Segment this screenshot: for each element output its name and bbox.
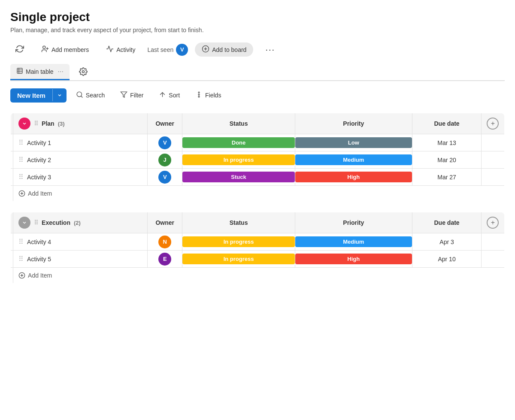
priority-badge[interactable]: Medium [295, 154, 412, 165]
cell-extra [482, 134, 505, 151]
group-drag-icon: ⠿ [34, 120, 38, 127]
add-item-label-exec: Add Item [28, 272, 52, 279]
activity-name[interactable]: Activity 4 [27, 239, 51, 245]
drag-handle-icon: ⠿ [18, 238, 24, 246]
table-row: ⠿ Activity 5 E In progress High [11, 251, 505, 268]
drag-handle-icon: ⠿ [18, 173, 24, 181]
add-members-label: Add members [52, 46, 89, 53]
status-badge[interactable]: In progress [182, 236, 295, 247]
add-column-plan-button[interactable]: + [487, 118, 499, 130]
cell-name: ⠿ Activity 5 [13, 251, 148, 268]
add-item-cell-plan[interactable]: Add Item [13, 186, 505, 202]
cell-priority[interactable]: High [295, 169, 412, 186]
add-item-button-exec[interactable]: Add Item [13, 268, 504, 283]
group-execution-title-cell: ⠿ Execution (2) [13, 212, 148, 233]
fields-icon [195, 91, 203, 100]
groups-container: ⠿ Plan (3) Owner Status Priority Due dat… [10, 113, 505, 284]
add-item-button-plan[interactable]: Add Item [13, 186, 504, 201]
group-execution-toggle[interactable] [18, 217, 30, 229]
add-to-board-icon [202, 45, 209, 54]
cell-priority[interactable]: Medium [295, 151, 412, 169]
add-item-row-plan: Add Item [11, 186, 505, 202]
add-members-icon [41, 45, 49, 54]
refresh-button[interactable] [10, 42, 29, 57]
add-item-cell-exec[interactable]: Add Item [13, 268, 505, 284]
tab-options-icon: ··· [58, 68, 64, 76]
page-subtitle: Plan, manage, and track every aspect of … [10, 27, 505, 33]
fields-label: Fields [205, 92, 221, 99]
svg-line-12 [81, 96, 82, 97]
add-to-board-button[interactable]: Add to board [195, 42, 253, 57]
cell-status[interactable]: Stuck [182, 169, 295, 186]
cell-owner: J [148, 151, 182, 169]
activity-name[interactable]: Activity 5 [27, 256, 51, 263]
avatar: E [158, 253, 171, 266]
view-tabs: Main table ··· [10, 64, 505, 81]
avatar: V [158, 136, 171, 149]
cell-duedate[interactable]: Apr 10 [412, 251, 482, 268]
cell-owner: E [148, 251, 182, 268]
table-row: ⠿ Activity 1 V Done Low [11, 134, 505, 151]
settings-icon [79, 71, 88, 77]
cell-priority[interactable]: High [295, 251, 412, 268]
group-plan: ⠿ Plan (3) Owner Status Priority Due dat… [10, 113, 505, 202]
activity-button[interactable]: Activity [101, 42, 140, 57]
col-duedate-exec: Due date [412, 212, 482, 233]
priority-badge[interactable]: High [295, 172, 412, 182]
drag-handle-icon: ⠿ [18, 156, 24, 164]
sort-button[interactable]: Sort [153, 88, 186, 103]
activity-name[interactable]: Activity 2 [27, 157, 51, 163]
group-plan-count: (3) [58, 121, 65, 127]
col-duedate-plan: Due date [412, 113, 482, 134]
cell-extra [482, 233, 505, 251]
settings-button[interactable] [76, 65, 90, 80]
status-badge[interactable]: In progress [182, 154, 295, 165]
cell-status[interactable]: In progress [182, 233, 295, 251]
cell-duedate[interactable]: Mar 13 [412, 134, 482, 151]
avatar: J [158, 154, 171, 166]
activity-name[interactable]: Activity 3 [27, 174, 51, 181]
cell-priority[interactable]: Low [295, 134, 412, 151]
add-members-button[interactable]: Add members [36, 42, 94, 57]
new-item-button[interactable]: New Item [10, 88, 67, 103]
cell-name: ⠿ Activity 1 [13, 134, 148, 151]
last-seen-avatar: V [176, 44, 188, 56]
col-status-plan: Status [182, 113, 295, 134]
priority-badge[interactable]: High [295, 254, 412, 264]
more-options-button[interactable]: ··· [260, 42, 280, 57]
group-plan-toggle[interactable] [18, 118, 30, 130]
activity-name[interactable]: Activity 1 [27, 139, 51, 146]
group-execution-name: Execution [42, 219, 70, 226]
status-badge[interactable]: In progress [182, 254, 295, 264]
svg-marker-13 [121, 92, 127, 97]
cell-status[interactable]: Done [182, 134, 295, 151]
status-badge[interactable]: Done [182, 137, 295, 148]
filter-button[interactable]: Filter [114, 88, 149, 103]
priority-badge[interactable]: Medium [295, 236, 412, 247]
cell-owner: N [148, 233, 182, 251]
fields-button[interactable]: Fields [189, 88, 227, 103]
group-execution: ⠿ Execution (2) Owner Status Priority Du… [10, 212, 505, 284]
svg-rect-6 [17, 68, 22, 73]
cell-owner: V [148, 169, 182, 186]
cell-priority[interactable]: Medium [295, 233, 412, 251]
cell-status[interactable]: In progress [182, 251, 295, 268]
add-column-exec-button[interactable]: + [487, 217, 499, 229]
last-seen-group: Last seen V [148, 44, 188, 56]
tab-main-table[interactable]: Main table ··· [10, 64, 70, 80]
cell-duedate[interactable]: Mar 27 [412, 169, 482, 186]
svg-point-14 [198, 94, 200, 95]
cell-duedate[interactable]: Apr 3 [412, 233, 482, 251]
col-add-plan: + [482, 113, 505, 134]
action-bar: New Item Search Filter Sort [10, 88, 505, 103]
new-item-arrow[interactable] [52, 89, 67, 101]
cell-name: ⠿ Activity 3 [13, 169, 148, 186]
cell-duedate[interactable]: Mar 20 [412, 151, 482, 169]
search-button[interactable]: Search [70, 88, 111, 103]
status-badge[interactable]: Stuck [182, 172, 295, 182]
group-drag-icon: ⠿ [34, 219, 38, 226]
priority-badge[interactable]: Low [295, 137, 412, 148]
cell-status[interactable]: In progress [182, 151, 295, 169]
add-item-label: Add Item [28, 190, 52, 197]
table-row: ⠿ Activity 3 V Stuck High [11, 169, 505, 186]
